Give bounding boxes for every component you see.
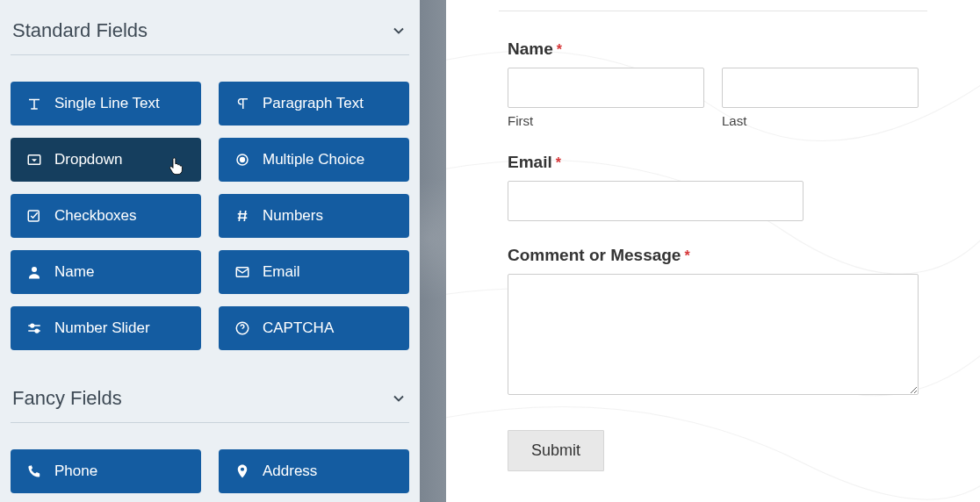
standard-fields-section: Standard Fields Single Line Text Paragra… (11, 12, 409, 380)
field-label: Phone (54, 463, 97, 480)
hash-icon (234, 208, 250, 224)
form-field-email[interactable]: Email* (508, 153, 919, 221)
pin-icon (234, 463, 250, 479)
slider-icon (26, 320, 42, 336)
field-numbers[interactable]: Numbers (219, 194, 409, 238)
email-input[interactable] (508, 181, 803, 221)
fields-sidebar: Standard Fields Single Line Text Paragra… (0, 0, 420, 502)
checkbox-icon (26, 208, 42, 224)
form-preview-pane: Name* First Last Email* Comment or Messa… (446, 0, 980, 502)
field-paragraph-text[interactable]: Paragraph Text (219, 82, 409, 126)
form-area: Name* First Last Email* Comment or Messa… (508, 0, 919, 471)
field-captcha[interactable]: CAPTCHA (219, 306, 409, 350)
field-dropdown[interactable]: Dropdown (11, 138, 201, 182)
field-label: Dropdown (54, 151, 123, 169)
fancy-fields-title: Fancy Fields (12, 387, 122, 410)
paragraph-icon (234, 96, 250, 111)
svg-point-6 (31, 324, 34, 327)
svg-point-4 (32, 267, 37, 272)
required-indicator: * (557, 42, 562, 57)
field-label: Email (263, 263, 300, 281)
comment-label: Comment or Message (508, 246, 681, 265)
field-phone[interactable]: Phone (11, 449, 201, 493)
last-name-input[interactable] (722, 68, 919, 108)
form-top-divider (499, 11, 927, 11)
svg-rect-3 (28, 211, 39, 221)
standard-fields-toggle[interactable]: Standard Fields (11, 12, 409, 55)
field-label: Checkboxes (54, 207, 137, 225)
standard-fields-grid: Single Line Text Paragraph Text Dropdown (11, 55, 409, 380)
submit-button[interactable]: Submit (508, 430, 604, 471)
field-label: Paragraph Text (263, 95, 364, 112)
hand-cursor-icon (168, 155, 185, 176)
comment-textarea[interactable] (508, 274, 919, 395)
svg-point-2 (241, 158, 245, 162)
fancy-fields-grid: Phone Address (11, 423, 409, 502)
svg-point-7 (35, 329, 39, 333)
field-multiple-choice[interactable]: Multiple Choice (219, 138, 409, 182)
required-indicator: * (684, 248, 689, 263)
panel-divider (420, 0, 446, 502)
field-name[interactable]: Name (11, 250, 201, 294)
chevron-down-icon (390, 390, 407, 407)
phone-icon (26, 463, 42, 479)
form-field-name[interactable]: Name* First Last (508, 39, 919, 128)
field-label: Number Slider (54, 319, 150, 337)
form-field-comment[interactable]: Comment or Message* (508, 246, 919, 398)
field-address[interactable]: Address (219, 449, 409, 493)
fancy-fields-section: Fancy Fields Phone Address (11, 380, 409, 502)
field-email[interactable]: Email (219, 250, 409, 294)
field-number-slider[interactable]: Number Slider (11, 306, 201, 350)
field-label: Multiple Choice (263, 151, 364, 169)
chevron-down-icon (390, 22, 407, 39)
text-icon (26, 96, 42, 111)
field-single-line-text[interactable]: Single Line Text (11, 82, 201, 126)
dropdown-icon (26, 152, 42, 168)
field-label: CAPTCHA (263, 319, 334, 337)
standard-fields-title: Standard Fields (12, 19, 148, 42)
fancy-fields-toggle[interactable]: Fancy Fields (11, 380, 409, 423)
first-sub-label: First (508, 113, 704, 128)
field-label: Numbers (263, 207, 323, 225)
field-label: Name (54, 263, 94, 281)
email-label: Email (508, 153, 552, 172)
required-indicator: * (556, 155, 561, 170)
field-label: Single Line Text (54, 95, 160, 112)
first-name-input[interactable] (508, 68, 704, 108)
name-label: Name (508, 39, 553, 59)
question-icon (234, 320, 250, 336)
field-checkboxes[interactable]: Checkboxes (11, 194, 201, 238)
envelope-icon (234, 264, 250, 280)
user-icon (26, 264, 42, 280)
last-sub-label: Last (722, 113, 919, 128)
field-label: Address (263, 463, 317, 480)
radio-icon (234, 152, 250, 168)
